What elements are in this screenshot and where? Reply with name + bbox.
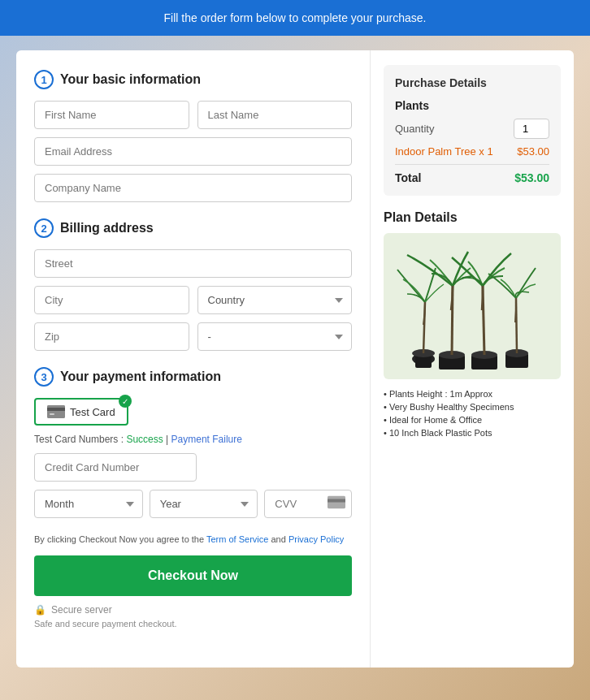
right-panel: Purchase Details Plants Quantity Indoor … [371,50,574,668]
svg-rect-1 [47,408,65,411]
first-name-input[interactable] [34,101,189,129]
success-link[interactable]: Success [126,434,163,445]
total-label: Total [395,171,421,184]
plant-features: Plants Height : 1m Approx Very Bushy Hea… [384,389,561,438]
card-icon [47,405,65,418]
cvv-card-icon [328,495,345,512]
feature-2: Very Bushy Healthy Specimens [384,402,561,412]
item-price: $53.00 [517,145,549,158]
section2-number: 2 [34,218,54,238]
section1-title: 1 Your basic information [34,70,352,89]
section-payment: 3 Your payment information Test Card ✓ T… [34,367,352,518]
plant-image [384,233,561,379]
main-card: 1 Your basic information 2 Billing addre… [16,50,574,668]
card-label: Test Card [70,406,115,418]
item-row: Indoor Palm Tree x 1 $53.00 [395,145,549,158]
section3-label: Your payment information [60,369,221,384]
terms-text: By clicking Checkout Now you agree to th… [34,534,352,544]
year-select[interactable]: Year [150,490,258,518]
test-card-button[interactable]: Test Card ✓ [34,398,128,426]
privacy-link[interactable]: Privacy Policy [288,534,344,544]
terms-link[interactable]: Term of Service [206,534,268,544]
street-input[interactable] [34,249,352,278]
test-card-info: Test Card Numbers : Success | Payment Fa… [34,434,352,445]
svg-rect-4 [328,499,345,502]
section-billing: 2 Billing address Country - [34,218,352,351]
country-select[interactable]: Country [197,286,353,314]
month-select[interactable]: Month [34,490,143,518]
section1-label: Your basic information [60,72,201,87]
left-panel: 1 Your basic information 2 Billing addre… [16,50,371,668]
section2-title: 2 Billing address [34,218,352,238]
purchase-details-box: Purchase Details Plants Quantity Indoor … [384,65,561,196]
total-amount: $53.00 [514,171,549,184]
city-input[interactable] [34,286,189,314]
total-row: Total $53.00 [395,164,549,184]
section1-number: 1 [34,70,54,89]
failure-link[interactable]: Payment Failure [171,434,242,445]
zip-row: - [34,322,352,351]
section3-title: 3 Your payment information [34,367,352,387]
plan-details: Plan Details [384,210,561,438]
email-input[interactable] [34,137,352,166]
dash-select[interactable]: - [197,322,353,351]
plan-title: Plan Details [384,210,561,225]
credit-card-input[interactable] [34,453,197,482]
item-label: Indoor Palm Tree x 1 [395,145,493,158]
company-row [34,174,352,202]
safe-text: Safe and secure payment checkout. [34,619,352,629]
product-category: Plants [395,99,549,112]
quantity-row: Quantity [395,119,549,139]
street-row [34,249,352,278]
feature-3: Ideal for Home & Office [384,415,561,425]
cvv-wrap [264,490,352,518]
svg-rect-2 [50,413,54,415]
checkout-button[interactable]: Checkout Now [34,555,352,596]
feature-4: 10 Inch Black Plastic Pots [384,428,561,438]
svg-rect-0 [47,405,65,418]
section-basic-info: 1 Your basic information [34,70,352,202]
quantity-input[interactable] [514,119,549,139]
secure-label: Secure server [51,604,112,616]
city-country-row: Country [34,286,352,314]
section3-number: 3 [34,367,54,387]
purchase-title: Purchase Details [395,76,549,89]
banner-text: Fill the order form below to complete yo… [164,11,427,24]
quantity-label: Quantity [395,123,434,135]
name-row [34,101,352,129]
secure-info: 🔒 Secure server [34,604,352,616]
zip-input[interactable] [34,322,189,351]
feature-1: Plants Height : 1m Approx [384,389,561,399]
cvv-row: Month Year [34,490,352,518]
company-input[interactable] [34,174,352,202]
check-badge: ✓ [119,395,132,408]
last-name-input[interactable] [197,101,353,129]
section2-label: Billing address [60,221,154,235]
lock-icon: 🔒 [34,604,46,616]
email-row [34,137,352,166]
credit-card-row [34,453,352,482]
top-banner: Fill the order form below to complete yo… [0,0,590,36]
